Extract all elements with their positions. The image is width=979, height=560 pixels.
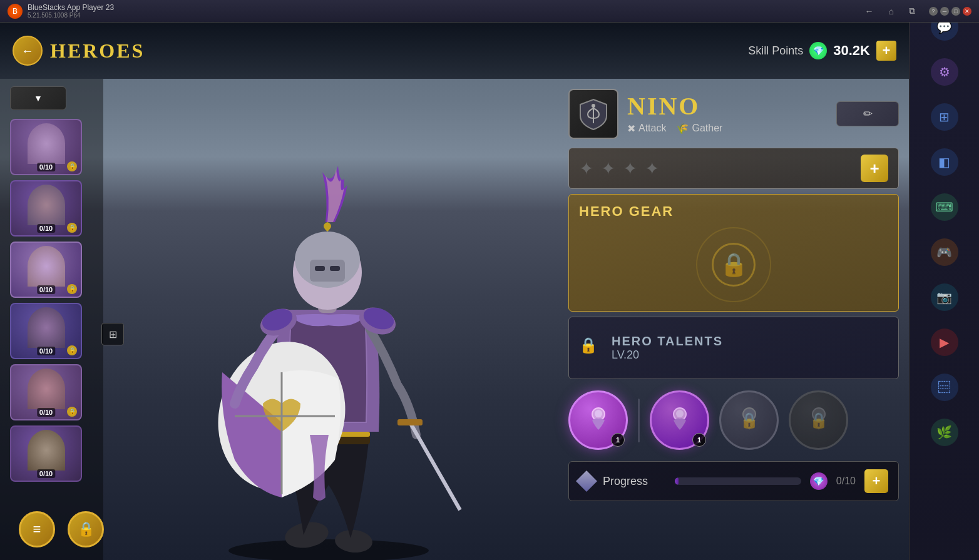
- hero-lock-5: 🔒: [67, 407, 77, 417]
- title-bar: B BlueStacks App Player 23 5.21.505.1008…: [0, 0, 979, 23]
- hero-tags: ✖ Attack 🌾 Gather: [627, 123, 828, 135]
- progress-count: 0/10: [836, 476, 856, 487]
- instance-icon: ⿳: [931, 374, 958, 401]
- list-view-icon: ≡: [33, 521, 41, 537]
- sidebar-grid[interactable]: ⊞: [920, 95, 970, 139]
- progress-diamond-icon: [576, 471, 597, 492]
- hero-avatar-1[interactable]: 0/10 🔒: [10, 119, 82, 175]
- svg-point-25: [676, 410, 684, 417]
- sidebar-keyboard[interactable]: ⌨: [920, 185, 970, 229]
- stars-container: ✦ ✦ ✦ ✦: [579, 158, 659, 179]
- star-3: ✦: [623, 158, 637, 179]
- nav-duplicate-btn[interactable]: ⧉: [905, 4, 919, 18]
- back-button[interactable]: ←: [13, 36, 43, 66]
- gather-tag: 🌾 Gather: [676, 123, 722, 135]
- hero-avatar-4[interactable]: 0/10 🔒: [10, 303, 82, 359]
- hero-counter-1: 0/10: [37, 163, 55, 171]
- app-name: BlueStacks App Player 23: [28, 3, 114, 12]
- skill-points-label: Skill Points: [748, 44, 803, 58]
- header-bar: ← HEROES Skill Points 💎 30.2K +: [0, 23, 909, 79]
- hero-avatar-5[interactable]: 0/10 🔒: [10, 364, 82, 420]
- stars-row: ✦ ✦ ✦ ✦ +: [568, 148, 899, 189]
- hero-face-5: [28, 369, 65, 409]
- grid-view-button[interactable]: ⊞: [101, 323, 124, 345]
- hero-character-svg: [185, 135, 473, 560]
- skill-level-2: 1: [692, 433, 706, 447]
- hero-name-area: NINO ✖ Attack 🌾 Gather: [627, 94, 828, 135]
- hero-counter-4: 0/10: [37, 347, 55, 355]
- skill-lock-4: 🔒: [809, 412, 828, 429]
- sidebar-camera[interactable]: 📷: [920, 275, 970, 319]
- hero-counter-2: 0/10: [37, 224, 55, 233]
- hero-counter-6: 0/10: [37, 469, 55, 478]
- progress-gem-icon: 💎: [810, 472, 828, 490]
- skill-points-area: Skill Points 💎 30.2K +: [748, 41, 896, 61]
- hero-avatar-3[interactable]: 0/10 🔒: [10, 242, 82, 298]
- keyboard-icon: ⌨: [931, 193, 958, 221]
- filter-button[interactable]: ▼: [10, 86, 66, 110]
- edit-button[interactable]: ✏: [836, 101, 899, 126]
- progress-add-button[interactable]: +: [864, 469, 888, 493]
- gear-slots: 🔒: [579, 227, 888, 302]
- attack-label: Attack: [638, 123, 666, 134]
- skill-orb-2[interactable]: 1: [650, 390, 709, 450]
- settings-icon: ⚙: [931, 58, 958, 86]
- sidebar-instance[interactable]: ⿳: [920, 365, 970, 409]
- hero-lock-1: 🔒: [67, 161, 77, 171]
- star-2: ✦: [601, 158, 615, 179]
- svg-point-23: [595, 410, 602, 417]
- left-sidebar: ▼ 0/10 🔒 0/10 🔒 0/10 🔒 0/10 🔒 0/10 🔒: [0, 79, 103, 560]
- hero-name: NINO: [627, 94, 828, 119]
- list-view-button[interactable]: ≡: [19, 511, 55, 547]
- sidebar-macro[interactable]: ▶: [920, 320, 970, 364]
- back-arrow-icon: ←: [21, 44, 34, 58]
- progress-bar-fill: [675, 477, 679, 485]
- svg-point-21: [592, 104, 595, 108]
- skill-points-gem-icon: 💎: [809, 42, 827, 59]
- window-controls: ? ─ □ ✕: [929, 7, 971, 16]
- page-title: HEROES: [50, 39, 145, 63]
- sidebar-gamepad[interactable]: 🎮: [920, 230, 970, 274]
- hero-counter-5: 0/10: [37, 408, 55, 417]
- skill-points-value: 30.2K: [833, 43, 870, 59]
- hero-character-area: [103, 79, 554, 560]
- skill-orb-4[interactable]: 🔒: [789, 390, 848, 450]
- hero-face-2: [28, 185, 65, 225]
- eco-icon: 🌿: [931, 419, 958, 446]
- help-btn[interactable]: ?: [929, 7, 938, 16]
- hero-lock-4: 🔒: [67, 345, 77, 355]
- svg-rect-13: [310, 260, 345, 282]
- star-add-button[interactable]: +: [861, 155, 888, 182]
- hero-header: NINO ✖ Attack 🌾 Gather ✏: [568, 89, 899, 139]
- hero-emblem: [568, 89, 618, 139]
- title-bar-controls: ← ⌂ ⧉ ? ─ □ ✕: [861, 4, 971, 18]
- layers-icon: ◧: [931, 148, 958, 176]
- hero-talents-section[interactable]: 🔒 HERO TALENTS LV.20: [568, 317, 899, 379]
- restore-btn[interactable]: □: [951, 7, 960, 16]
- lock-view-button[interactable]: 🔒: [68, 511, 104, 547]
- nav-home-btn[interactable]: ⌂: [885, 4, 898, 18]
- hero-face-4: [28, 307, 65, 348]
- gear-circle-outer: [696, 227, 771, 302]
- skill-orb-1[interactable]: 1: [568, 390, 628, 450]
- attack-tag: ✖ Attack: [627, 123, 666, 135]
- skill-lock-3: 🔒: [740, 412, 759, 429]
- gather-icon: 🌾: [676, 123, 689, 135]
- skill-points-add-button[interactable]: +: [876, 41, 896, 61]
- close-btn[interactable]: ✕: [963, 7, 971, 16]
- gear-title: HERO GEAR: [579, 203, 888, 220]
- skill-orb-3[interactable]: 🔒: [719, 390, 779, 450]
- minimize-btn[interactable]: ─: [940, 7, 949, 16]
- game-area: ← HEROES Skill Points 💎 30.2K + ▼ 0/10 🔒…: [0, 23, 909, 560]
- sidebar-settings[interactable]: ⚙: [920, 50, 970, 94]
- hero-avatar-6[interactable]: 0/10: [10, 425, 82, 482]
- svg-rect-15: [330, 266, 340, 271]
- star-1: ✦: [579, 158, 593, 179]
- skill-divider: [638, 399, 640, 442]
- progress-label: Progress: [603, 475, 666, 488]
- sidebar-eco[interactable]: 🌿: [920, 410, 970, 454]
- hero-avatar-2[interactable]: 0/10 🔒: [10, 180, 82, 237]
- nav-back-btn[interactable]: ←: [861, 4, 878, 18]
- hero-counter-3: 0/10: [37, 285, 55, 294]
- sidebar-layers[interactable]: ◧: [920, 140, 970, 184]
